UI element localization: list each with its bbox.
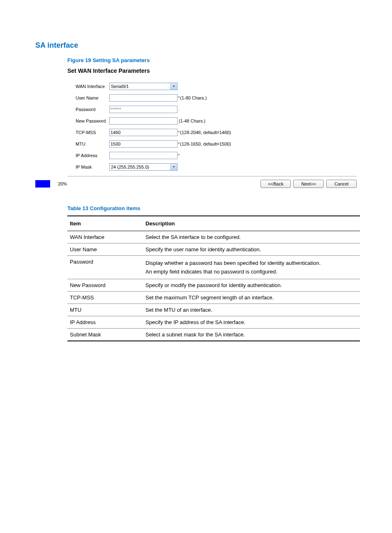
label-wan-interface: WAN Interface <box>67 84 109 89</box>
ip-address-input[interactable] <box>109 152 178 159</box>
label-password: Password <box>67 107 109 112</box>
cell-description: Specify or modify the password for ident… <box>143 279 360 292</box>
hint-ip-address: * <box>178 153 180 158</box>
table-caption: Table 13 Configuration items <box>67 205 357 211</box>
label-new-password: New Password <box>67 118 109 123</box>
mtu-input[interactable] <box>109 140 178 148</box>
table-row: Subnet Mask Select a subnet mask for the… <box>67 329 360 341</box>
hint-mtu: *(128-1650, default=1500) <box>178 141 231 146</box>
cell-item: New Password <box>67 279 143 292</box>
label-mtu: MTU <box>67 141 109 146</box>
cell-item: MTU <box>67 304 143 316</box>
cell-description: Set the MTU of an interface. <box>143 304 360 316</box>
figure-caption: Figure 19 Setting SA parameters <box>67 57 357 63</box>
table-row: MTU Set the MTU of an interface. <box>67 304 360 316</box>
cell-description: Set the maximum TCP segment length of an… <box>143 292 360 304</box>
table-row: WAN Interface Select the SA interface to… <box>67 231 360 243</box>
cell-description: Display whether a password has been spec… <box>143 256 360 279</box>
row-password: Password <box>67 104 357 115</box>
label-ip-address: IP Address <box>67 153 109 158</box>
row-mtu: MTU *(128-1650, default=1500) <box>67 138 357 150</box>
table-row: Password Display whether a password has … <box>67 256 360 279</box>
row-wan-interface: WAN Interface Serial9/1 <box>67 81 357 92</box>
hint-tcp-mss: *(128-2048, default=1460) <box>178 130 231 135</box>
th-item: Item <box>67 216 143 231</box>
row-ip-mask: IP Mask 24 (255.255.255.0) <box>67 161 357 173</box>
label-ip-mask: IP Mask <box>67 165 109 169</box>
table-row: IP Address Specify the IP address of the… <box>67 316 360 329</box>
panel-heading: Set WAN Interface Parameters <box>67 67 357 74</box>
next-button[interactable]: Next>> <box>293 180 324 188</box>
row-ip-address: IP Address * <box>67 150 357 161</box>
cell-item: IP Address <box>67 316 143 329</box>
ip-mask-select[interactable]: 24 (255.255.255.0) <box>109 163 178 171</box>
chevron-down-icon <box>170 164 177 170</box>
cell-item: Subnet Mask <box>67 329 143 341</box>
section-heading: SA interface <box>35 41 357 50</box>
tcp-mss-input[interactable] <box>109 129 178 136</box>
row-user-name: User Name *(1-80 Chars.) <box>67 92 357 104</box>
table-row: User Name Specify the user name for iden… <box>67 243 360 256</box>
cell-item: WAN Interface <box>67 231 143 243</box>
table-row: TCP-MSS Set the maximum TCP segment leng… <box>67 292 360 304</box>
table-row: New Password Specify or modify the passw… <box>67 279 360 292</box>
cancel-button[interactable]: Cancel <box>326 180 357 188</box>
progress-label: 20% <box>50 181 75 186</box>
user-name-input[interactable] <box>109 94 178 102</box>
progress-fill <box>35 180 50 188</box>
config-table: Item Description WAN Interface Select th… <box>67 216 360 341</box>
cell-item: TCP-MSS <box>67 292 143 304</box>
cell-description: Select a subnet mask for the SA interfac… <box>143 329 360 341</box>
label-user-name: User Name <box>67 95 109 100</box>
hint-user-name: *(1-80 Chars.) <box>178 95 207 100</box>
cell-description: Specify the user name for identity authe… <box>143 243 360 256</box>
wan-interface-value: Serial9/1 <box>110 84 170 89</box>
password-input[interactable] <box>109 106 178 113</box>
progress-bar: 20% <box>35 180 75 188</box>
cell-description: Specify the IP address of the SA interfa… <box>143 316 360 329</box>
chevron-down-icon <box>170 83 177 90</box>
label-tcp-mss: TCP-MSS <box>67 130 109 135</box>
row-tcp-mss: TCP-MSS *(128-2048, default=1460) <box>67 127 357 138</box>
ip-mask-value: 24 (255.255.255.0) <box>110 165 170 169</box>
new-password-input[interactable] <box>109 117 178 125</box>
row-new-password: New Password (1-48 Chars.) <box>67 115 357 127</box>
footer-bar: 20% <<Back Next>> Cancel <box>67 176 357 191</box>
cell-item: User Name <box>67 243 143 256</box>
cell-description: Select the SA interface to be configured… <box>143 231 360 243</box>
form-area: WAN Interface Serial9/1 User Name *(1-80… <box>67 81 357 173</box>
wan-interface-select[interactable]: Serial9/1 <box>109 83 178 90</box>
hint-new-password: (1-48 Chars.) <box>178 118 205 123</box>
back-button[interactable]: <<Back <box>261 180 291 188</box>
th-description: Description <box>143 216 360 231</box>
cell-item: Password <box>67 256 143 279</box>
